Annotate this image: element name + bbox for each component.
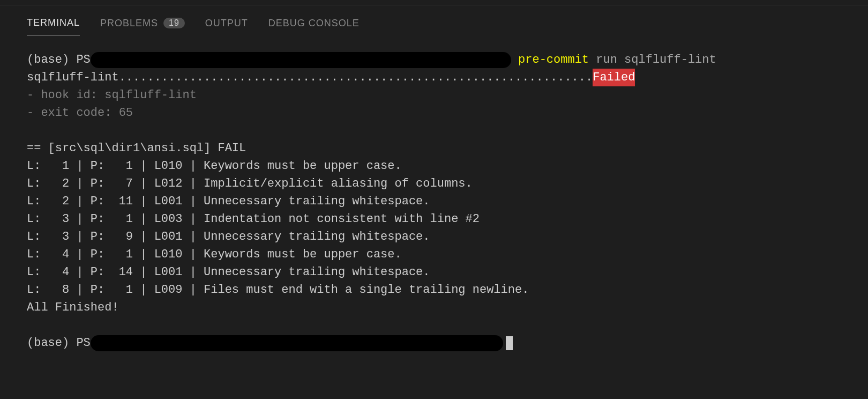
hook-id-line: - hook id: sqlfluff-lint — [27, 86, 841, 104]
finished-line: All Finished! — [27, 299, 841, 316]
panel-tabs: TERMINAL PROBLEMS 19 OUTPUT DEBUG CONSOL… — [0, 5, 868, 38]
status-dots: ........................................… — [119, 69, 593, 86]
command-subcommand: run — [589, 51, 617, 69]
blank-line — [27, 122, 841, 139]
prompt-line-1: (base) PS pre-commit run sqlfluff-lint — [27, 51, 841, 69]
lint-error-line: L: 4 | P: 1 | L010 | Keywords must be up… — [27, 246, 841, 263]
prompt-prefix: (base) PS — [27, 51, 91, 69]
prompt-line-2: (base) PS — [27, 334, 841, 352]
lint-error-line: L: 2 | P: 11 | L001 | Unnecessary traili… — [27, 193, 841, 210]
blank-line — [27, 316, 841, 334]
hook-status-line: sqlfluff-lint ..........................… — [27, 69, 841, 86]
tab-output[interactable]: OUTPUT — [205, 18, 248, 35]
tab-terminal[interactable]: TERMINAL — [27, 17, 80, 35]
command-arg: sqlfluff-lint — [617, 51, 716, 69]
hook-name: sqlfluff-lint — [27, 69, 119, 86]
prompt-prefix: (base) PS — [27, 334, 91, 352]
lint-error-line: L: 3 | P: 1 | L003 | Indentation not con… — [27, 210, 841, 228]
exit-code-line: - exit code: 65 — [27, 104, 841, 122]
redacted-path — [91, 52, 511, 68]
status-failed-badge: Failed — [593, 69, 635, 86]
tab-debug-console[interactable]: DEBUG CONSOLE — [268, 18, 360, 35]
lint-error-line: L: 4 | P: 14 | L001 | Unnecessary traili… — [27, 263, 841, 281]
terminal-output[interactable]: (base) PS pre-commit run sqlfluff-lint s… — [0, 38, 868, 365]
lint-error-line: L: 8 | P: 1 | L009 | Files must end with… — [27, 281, 841, 299]
redacted-path — [91, 335, 503, 351]
tab-problems[interactable]: PROBLEMS 19 — [100, 18, 185, 35]
tab-problems-label: PROBLEMS — [100, 18, 158, 29]
lint-error-line: L: 2 | P: 7 | L012 | Implicit/explicit a… — [27, 175, 841, 193]
lint-error-line: L: 1 | P: 1 | L010 | Keywords must be up… — [27, 157, 841, 175]
command-executable: pre-commit — [511, 51, 589, 69]
problems-count-badge: 19 — [163, 18, 185, 28]
panel-top-border — [0, 0, 868, 5]
file-header-line: == [src\sql\dir1\ansi.sql] FAIL — [27, 139, 841, 157]
lint-error-line: L: 3 | P: 9 | L001 | Unnecessary trailin… — [27, 228, 841, 246]
terminal-cursor — [506, 336, 513, 350]
